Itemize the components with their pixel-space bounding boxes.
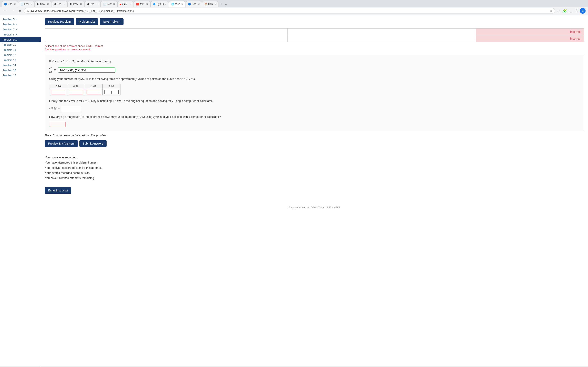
error-messages: At least one of the answers above is NOT… xyxy=(41,42,588,52)
sidebar-item-problem14[interactable]: Problem 14 xyxy=(0,63,41,68)
status-cell-1: incorrect xyxy=(476,29,584,35)
tab-learn[interactable]: 📄 Lear ✕ xyxy=(18,1,35,7)
answer-col-1 xyxy=(287,29,476,35)
y-value-input-2[interactable] xyxy=(69,90,83,94)
problem-list-button[interactable]: Problem List xyxy=(76,18,98,25)
sidebar-item-problem9[interactable]: Problem 9 ... xyxy=(0,37,41,42)
tab-sy[interactable]: 🔷 Sy (-2( ✕ xyxy=(150,1,169,7)
approx-row: y(0.96) ≈ xyxy=(49,106,580,111)
dy-dx-label: dy dx xyxy=(49,66,52,73)
back-button[interactable]: ← xyxy=(2,8,8,13)
tab-icon: 🟥 xyxy=(136,3,139,6)
tab-close[interactable]: ✕ xyxy=(214,3,216,6)
submit-button[interactable]: Submit Answers xyxy=(79,140,106,147)
sidebar-item-problem7[interactable]: Problem 7 ✓ xyxy=(0,27,41,32)
score-line3: You received a score of 14% for this att… xyxy=(45,165,584,170)
y-value-input-4[interactable] xyxy=(104,90,119,94)
email-instructor-button[interactable]: Email Instructor xyxy=(45,187,71,194)
tab-close[interactable]: ✕ xyxy=(30,3,32,6)
y-value-input-1[interactable] xyxy=(51,90,65,94)
tab-icon: 🔵 xyxy=(188,3,191,6)
reload-button[interactable]: ↻ xyxy=(17,8,22,14)
dy-dx-input[interactable] xyxy=(58,67,115,73)
sidebar-item-problem5[interactable]: Problem 5 ✓ xyxy=(0,17,41,22)
google-drive-icon[interactable]: ⬡ xyxy=(557,8,561,14)
tab-close[interactable]: ✕ xyxy=(63,3,65,6)
approx-input[interactable] xyxy=(61,106,81,111)
sidebar-item-problem8[interactable]: Problem 8 ✓ xyxy=(0,32,41,37)
tab-mat[interactable]: 🟥 Mat ✕ xyxy=(134,1,150,7)
score-line2: You have attempted this problem 8 times. xyxy=(45,160,584,165)
sidebar-item-problem16[interactable]: Problem 16 xyxy=(0,73,41,78)
x-val-104: 1.04 xyxy=(103,84,121,89)
tab-close[interactable]: ✕ xyxy=(165,3,167,6)
tab-rea[interactable]: 🖼 Rea ✕ xyxy=(51,1,68,7)
tab-close[interactable]: ✕ xyxy=(47,3,49,6)
x-val-096: 0.96 xyxy=(49,84,67,89)
preview-button[interactable]: Preview My Answers xyxy=(45,140,78,147)
diff-input[interactable] xyxy=(49,122,66,127)
tab-close[interactable]: ✕ xyxy=(96,3,98,6)
y-input-cell-3 xyxy=(85,89,103,95)
y-input-cell-2 xyxy=(67,89,85,95)
y-input-row xyxy=(49,89,121,95)
tab-google[interactable]: 🔵 Goo ✕ xyxy=(186,1,202,7)
toolbar-icons: ⬡ 🧩 ⬚ ⋮ E xyxy=(557,8,586,14)
tab-webwork[interactable]: 🌐 Web ✕ xyxy=(169,1,185,7)
sidebar-item-problem6[interactable]: Problem 6 ✓ xyxy=(0,22,41,27)
table-intro-text: Using your answer for dy/dx, fill in the… xyxy=(49,77,580,81)
sidebar-item-problem12[interactable]: Problem 12 xyxy=(0,52,41,58)
tab-yt[interactable]: ▶ ( ◉) ✕ xyxy=(117,1,134,7)
y-value-input-3[interactable] xyxy=(86,90,101,94)
tab-close[interactable]: ✕ xyxy=(113,3,115,6)
tab-lect[interactable]: 📄 Lect ✕ xyxy=(101,1,117,7)
next-problem-button[interactable]: Next Problem xyxy=(100,18,123,25)
score-line4: Your overall recorded score is 14%. xyxy=(45,170,584,175)
answer-table-container: incorrect incorrect xyxy=(41,28,588,42)
previous-problem-button[interactable]: Previous Problem xyxy=(45,18,74,25)
main-content: Previous Problem Problem List Next Probl… xyxy=(41,15,588,366)
page-layout: Problem 5 ✓ Problem 6 ✓ Problem 7 ✓ Prob… xyxy=(0,15,588,366)
tab-close[interactable]: ✕ xyxy=(80,3,82,6)
note-container: Note: You can earn partial credit on thi… xyxy=(41,134,588,137)
browser-chrome: 🔵 Cha ✕ 📄 Lear ✕ 🖼 Cha ✕ 🖼 Rea ✕ 🖼 Pow ✕… xyxy=(0,0,588,15)
menu-icon[interactable]: ⋮ xyxy=(574,8,579,14)
x-val-102: 1.02 xyxy=(85,84,103,89)
sidebar-item-problem13[interactable]: Problem 13 xyxy=(0,58,41,63)
tab-icon: ▶ xyxy=(120,3,121,6)
diff-input-container xyxy=(49,122,580,127)
bookmark-icon[interactable]: ☆ xyxy=(550,9,553,12)
x-values-table: 0.96 0.98 1.02 1.04 xyxy=(49,84,121,95)
tab-close[interactable]: ✕ xyxy=(198,3,200,6)
finally-text: Finally, find the y-value for x = 0.96 b… xyxy=(49,99,580,103)
new-tab-button[interactable]: + xyxy=(219,1,224,7)
forward-button[interactable]: → xyxy=(10,8,16,13)
address-bar: ← → ↻ ⚠ Not Secure delta.lums.edu.pk/web… xyxy=(0,7,588,15)
tab-bar: 🔵 Cha ✕ 📄 Lear ✕ 🖼 Cha ✕ 🖼 Rea ✕ 🖼 Pow ✕… xyxy=(0,0,588,7)
error-line1: At least one of the answers above is NOT… xyxy=(45,44,584,48)
tab-home[interactable]: 🏠 Hon ✕ xyxy=(202,1,218,7)
sidebar-item-problem11[interactable]: Problem 11 xyxy=(0,47,41,52)
note-italic: You can earn partial credit on this prob… xyxy=(53,134,107,137)
extensions-icon[interactable]: 🧩 xyxy=(562,8,568,14)
tab-close[interactable]: ✕ xyxy=(130,3,131,6)
tab-close[interactable]: ✕ xyxy=(14,3,16,6)
tab-close[interactable]: ✕ xyxy=(181,3,183,6)
tab-close[interactable]: ✕ xyxy=(146,3,148,6)
tab-cha2[interactable]: 🖼 Cha ✕ xyxy=(35,1,51,7)
profile-avatar[interactable]: E xyxy=(580,8,586,14)
url-bar[interactable]: ⚠ Not Secure delta.lums.edu.pk/webwork2/… xyxy=(24,8,555,13)
answer-row-2: incorrect xyxy=(45,35,584,42)
sidebar-item-problem10[interactable]: Problem 10 xyxy=(0,42,41,47)
screenshot-icon[interactable]: ⬚ xyxy=(569,8,573,14)
note-text: Note: You can earn partial credit on thi… xyxy=(45,134,584,137)
tab-chat1[interactable]: 🔵 Cha ✕ xyxy=(2,1,18,7)
tab-overflow-icon[interactable]: ⌄ xyxy=(225,2,227,6)
submit-buttons-row: Preview My Answers Submit Answers xyxy=(41,140,588,147)
tab-icon: 🔷 xyxy=(153,3,156,6)
tab-exp[interactable]: 🖼 Exp ✕ xyxy=(84,1,101,7)
tab-pow[interactable]: 🖼 Pow ✕ xyxy=(68,1,84,7)
sidebar-item-problem15[interactable]: Problem 15 xyxy=(0,68,41,73)
tab-icon: 🖼 xyxy=(70,3,72,6)
page-footer: Page generated at 10/10/2024 at 12:22am … xyxy=(41,202,588,213)
